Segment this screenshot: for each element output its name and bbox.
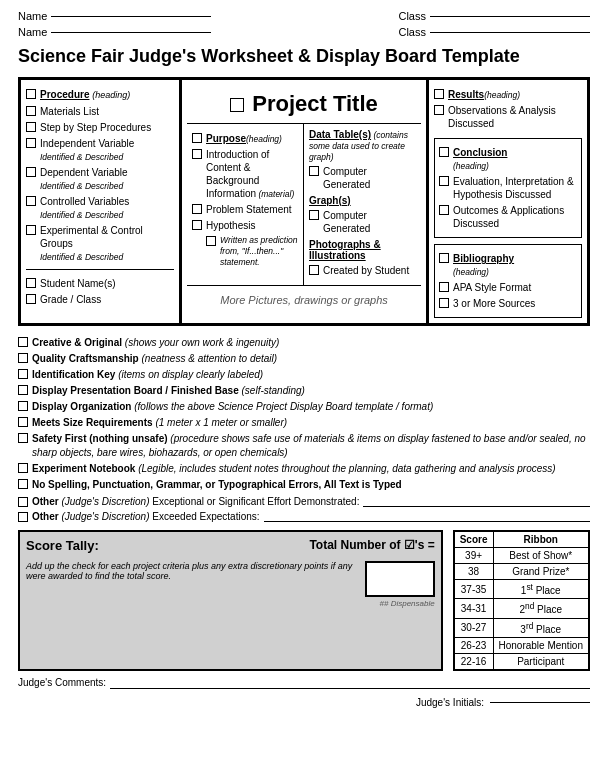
- display-board-checkbox[interactable]: [18, 385, 28, 395]
- hypothesis-checkbox[interactable]: [192, 220, 202, 230]
- table-row: 30-273rd Place: [454, 618, 589, 637]
- name-underline-1: [51, 16, 211, 17]
- computer-gen-data-checkbox[interactable]: [309, 166, 319, 176]
- grade-class-item: Grade / Class: [26, 293, 174, 306]
- experimental-item: Experimental & Control GroupsIdentified …: [26, 224, 174, 263]
- independent-checkbox[interactable]: [26, 138, 36, 148]
- results-heading-item: Results(heading): [434, 88, 582, 101]
- judges-initials-line: Judge's Initials:: [416, 697, 590, 708]
- problem-statement-item: Problem Statement: [192, 203, 298, 216]
- photos-heading: Photographs & Illustrations: [309, 239, 416, 261]
- judges-comments-label: Judge's Comments:: [18, 677, 106, 688]
- center-column: Project Title Purpose(heading) Introduct…: [180, 79, 428, 324]
- judges-initials-label: Judge's Initials:: [416, 697, 484, 708]
- table-row: 39+Best of Show*: [454, 548, 589, 564]
- name-field-2: Name: [18, 26, 211, 38]
- results-checkbox[interactable]: [434, 89, 444, 99]
- conclusion-checkbox[interactable]: [439, 147, 449, 157]
- step-checkbox[interactable]: [26, 122, 36, 132]
- apa-item: APA Style Format: [439, 281, 577, 294]
- scoring-checklist: Creative & Original (shows your own work…: [18, 336, 590, 522]
- grade-class-checkbox[interactable]: [26, 294, 36, 304]
- bibliography-checkbox[interactable]: [439, 253, 449, 263]
- procedure-label: Procedure (heading): [40, 88, 130, 102]
- intro-content-item: Introduction of Content & Background Inf…: [192, 148, 298, 200]
- left-bottom: Student Name(s) Grade / Class: [26, 269, 174, 306]
- right-column: Results(heading) Observations & Analysis…: [428, 79, 588, 324]
- judges-comments-field[interactable]: [110, 677, 590, 689]
- creative-checkbox[interactable]: [18, 337, 28, 347]
- table-row: 34-312nd Place: [454, 599, 589, 618]
- other1-field[interactable]: [363, 495, 590, 507]
- evaluation-item: Evaluation, Interpretation & Hypothesis …: [439, 175, 577, 201]
- judges-initials-field[interactable]: [490, 702, 590, 703]
- computer-gen-graph-checkbox[interactable]: [309, 210, 319, 220]
- evaluation-checkbox[interactable]: [439, 176, 449, 186]
- header-row-2: Name Class: [18, 26, 590, 38]
- left-column: Procedure (heading) Materials List Step …: [20, 79, 180, 324]
- other2-field[interactable]: [264, 510, 590, 522]
- table-row: 26-23Honorable Mention: [454, 638, 589, 654]
- no-spelling-checkbox[interactable]: [18, 479, 28, 489]
- intro-checkbox[interactable]: [192, 149, 202, 159]
- class-field-2: Class: [398, 26, 590, 38]
- student-name-checkbox[interactable]: [26, 278, 36, 288]
- other-line-1: Other (Judge's Discretion) Exceptional o…: [18, 495, 590, 507]
- size-req-item: Meets Size Requirements (1 meter x 1 met…: [18, 416, 590, 430]
- safety-checkbox[interactable]: [18, 433, 28, 443]
- dependent-var-item: Dependent VariableIdentified & Described: [26, 166, 174, 192]
- table-row: 38Grand Prize*: [454, 564, 589, 580]
- notebook-item: Experiment Notebook (Legible, includes s…: [18, 462, 590, 476]
- score-header: Score: [454, 531, 493, 548]
- ribbon-header: Ribbon: [493, 531, 589, 548]
- display-org-checkbox[interactable]: [18, 401, 28, 411]
- outcomes-checkbox[interactable]: [439, 205, 449, 215]
- materials-checkbox[interactable]: [26, 106, 36, 116]
- name-label-1: Name: [18, 10, 47, 22]
- purpose-heading-item: Purpose(heading): [192, 132, 298, 145]
- computer-gen-data-item: Computer Generated: [309, 165, 416, 191]
- class-label-2: Class: [398, 26, 426, 38]
- craftsmanship-checkbox[interactable]: [18, 353, 28, 363]
- dispensable-label: ## Dispensable: [365, 599, 435, 608]
- other1-checkbox[interactable]: [18, 497, 28, 507]
- problem-checkbox[interactable]: [192, 204, 202, 214]
- size-req-checkbox[interactable]: [18, 417, 28, 427]
- bottom-section: Score Tally: Total Number of ☑'s = Add u…: [18, 530, 590, 671]
- name-underline-2: [51, 32, 211, 33]
- apa-checkbox[interactable]: [439, 282, 449, 292]
- procedure-heading-item: Procedure (heading): [26, 88, 174, 102]
- project-title: Project Title: [252, 91, 378, 117]
- id-key-item: Identification Key (items on display cle…: [18, 368, 590, 382]
- observations-checkbox[interactable]: [434, 105, 444, 115]
- hypothesis-sub-checkbox[interactable]: [206, 236, 216, 246]
- three-sources-checkbox[interactable]: [439, 298, 449, 308]
- main-grid: Procedure (heading) Materials List Step …: [18, 77, 590, 326]
- total-box[interactable]: [365, 561, 435, 597]
- controlled-checkbox[interactable]: [26, 196, 36, 206]
- bibliography-heading-item: Bibliography(heading): [439, 252, 577, 278]
- conclusion-heading-item: Conclusion(heading): [439, 146, 577, 172]
- notebook-checkbox[interactable]: [18, 463, 28, 473]
- project-title-row: Project Title: [187, 85, 421, 124]
- experimental-checkbox[interactable]: [26, 225, 36, 235]
- display-org-item: Display Organization (follows the above …: [18, 400, 590, 414]
- results-section: Results(heading) Observations & Analysis…: [434, 88, 582, 130]
- created-by-student-checkbox[interactable]: [309, 265, 319, 275]
- tally-title: Score Tally:: [26, 538, 99, 553]
- judges-initials-section: Judge's Initials:: [18, 697, 590, 708]
- purpose-section: Purpose(heading) Introduction of Content…: [187, 124, 304, 285]
- procedure-checkbox[interactable]: [26, 89, 36, 99]
- purpose-checkbox[interactable]: [192, 133, 202, 143]
- dependent-checkbox[interactable]: [26, 167, 36, 177]
- project-title-checkbox[interactable]: [230, 98, 244, 112]
- ribbon-table: Score Ribbon 39+Best of Show* 38Grand Pr…: [453, 530, 590, 671]
- other2-checkbox[interactable]: [18, 512, 28, 522]
- controlled-var-item: Controlled VariablesIdentified & Describ…: [26, 195, 174, 221]
- tally-header: Score Tally: Total Number of ☑'s =: [26, 538, 435, 553]
- data-table-heading: Data Table(s) (contains some data used t…: [309, 129, 416, 162]
- student-name-item: Student Name(s): [26, 277, 174, 290]
- id-key-checkbox[interactable]: [18, 369, 28, 379]
- table-row: 37-351st Place: [454, 580, 589, 599]
- no-spelling-item: No Spelling, Punctuation, Grammar, or Ty…: [18, 478, 590, 492]
